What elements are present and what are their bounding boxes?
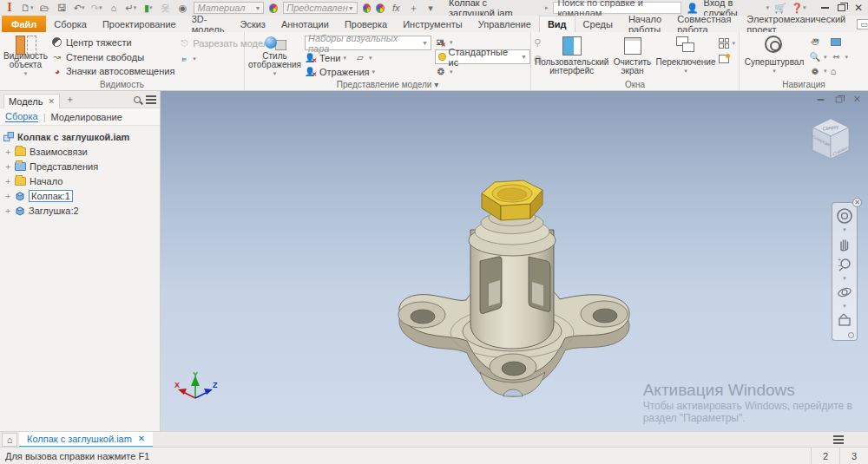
color-wheel-icon[interactable] — [269, 3, 278, 13]
help-icon[interactable]: ❓▾ — [792, 2, 806, 14]
tile-windows-button[interactable]: ▾ — [719, 36, 735, 50]
clear-appearance-icon[interactable] — [376, 3, 385, 13]
home-view-button[interactable]: ⌂ — [831, 64, 849, 78]
tab-manage[interactable]: Управление — [470, 16, 539, 32]
model-hole-right[interactable] — [581, 301, 628, 327]
qat-customize-icon[interactable]: ▾ — [424, 2, 437, 14]
new-document-icon[interactable]: 🗋▾ — [21, 2, 34, 14]
lighting-combo[interactable]: Стандартные ис ▼ — [435, 49, 530, 64]
browser-search-icon[interactable] — [134, 96, 141, 103]
tab-tools[interactable]: Инструменты — [395, 16, 470, 32]
sign-in-person-icon[interactable]: 👤 — [687, 2, 699, 14]
expander-icon[interactable]: ＋ — [3, 190, 11, 202]
inventor-logo-icon[interactable]: I — [3, 2, 16, 14]
save-icon[interactable]: 🖫 — [56, 2, 68, 14]
browser-tab-close-icon[interactable]: ✕ — [48, 97, 55, 106]
tree-root-assembly[interactable]: Колпак с заглушкой.iam — [2, 129, 158, 144]
model-hex-cap[interactable] — [482, 180, 542, 220]
graphics-viewport[interactable]: ✕ — [161, 91, 868, 431]
app-store-cart-icon[interactable]: 🛒 — [774, 2, 786, 14]
update-icon[interactable]: ▮▾ — [142, 2, 155, 14]
navbar-steering-wheel-button[interactable] — [835, 206, 854, 225]
parameters-fx-icon[interactable]: fx — [390, 2, 402, 14]
tab-file[interactable]: Файл — [2, 16, 46, 32]
tab-view[interactable]: Вид — [539, 16, 575, 32]
tab-assembly[interactable]: Сборка — [46, 16, 95, 32]
tab-inspect[interactable]: Проверка — [337, 16, 395, 32]
object-visibility-button[interactable]: Видимость объекта ▾ — [3, 34, 48, 78]
model-slot-right[interactable] — [529, 257, 550, 312]
minimize-button[interactable] — [821, 7, 829, 9]
document-tab-active[interactable]: Колпак с заглушкой.iam ✕ — [19, 432, 153, 448]
chevron-down-icon[interactable]: ▾ — [843, 227, 846, 232]
group-model-view-label[interactable]: Представление модели ▾ — [245, 80, 530, 89]
ground-plane-icon[interactable]: ▱ — [354, 52, 366, 64]
switch-windows-button[interactable]: Переключение ▾ — [656, 34, 716, 78]
home-icon[interactable]: ⌂ — [108, 2, 120, 14]
material-wheel-icon[interactable]: ◉ — [177, 2, 189, 14]
model-slot-left[interactable] — [480, 257, 502, 314]
tab-get-started[interactable]: Начало работы — [621, 16, 669, 32]
visual-styles-combo[interactable]: Наборы визуальных пара ▼ — [305, 36, 431, 50]
navbar-close-icon[interactable]: ✕ — [852, 198, 862, 207]
pan-button[interactable]: 🖑 — [809, 36, 827, 49]
tree-item-kolpak[interactable]: ＋ Колпак:1 — [2, 188, 158, 203]
textures-button[interactable]: ❂ ▾ — [435, 65, 530, 78]
navbar-orbit-button[interactable] — [835, 283, 854, 302]
steering-wheels-button[interactable]: Суперштурвал ▾ — [743, 34, 806, 78]
restore-button[interactable] — [838, 4, 845, 11]
imate-glyph-button[interactable]: ◕ Значки автосовмещения — [51, 64, 174, 78]
material-combo[interactable]: Материал▼ — [194, 2, 264, 14]
home-tab-icon[interactable]: ⌂ — [2, 433, 17, 447]
tab-annotate[interactable]: Аннотации — [273, 16, 337, 32]
close-button[interactable]: ✕ — [854, 3, 863, 13]
add-qat-icon[interactable]: ＋ — [407, 2, 419, 14]
tab-design[interactable]: Проектирование — [95, 16, 184, 32]
tab-3d-model[interactable]: 3D-модель — [184, 16, 233, 32]
navbar-customize-icon[interactable] — [848, 332, 854, 338]
help-search-input[interactable]: Поиск по справке и командам. — [553, 2, 681, 14]
ribbon-display-options-button[interactable]: ▭ ▾ — [857, 19, 868, 29]
browser-menu-icon[interactable] — [146, 95, 156, 104]
return-icon[interactable]: ↵▾ — [125, 2, 137, 14]
expander-icon[interactable]: ＋ — [3, 146, 11, 158]
model-hole-front[interactable] — [490, 354, 536, 380]
sign-in-chevron-icon[interactable]: ▾ — [766, 4, 770, 11]
select-icon[interactable]: 웃 — [160, 2, 172, 14]
look-at-button[interactable] — [831, 36, 849, 49]
shadows-button[interactable]: 👤✕ Тени ▾ ▱ ▾ — [305, 51, 431, 64]
clean-screen-button[interactable]: Очистить экран — [612, 34, 652, 78]
expander-icon[interactable]: ＋ — [3, 175, 11, 187]
browser-tab-model[interactable]: Модель ✕ — [3, 94, 60, 108]
tree-item-zaglushka[interactable]: ＋ Заглушка:2 — [2, 203, 158, 218]
appearance-combo[interactable]: Представлен▼ — [283, 2, 358, 14]
tree-item-origin[interactable]: ＋ Начало — [2, 173, 158, 188]
navbar-look-at-button[interactable] — [835, 310, 854, 330]
doc-tab-menu-icon[interactable] — [833, 435, 844, 444]
chevron-down-icon[interactable]: ▾ — [369, 55, 372, 62]
browser-add-tab-button[interactable]: ＋ — [65, 93, 75, 106]
tab-sketch[interactable]: Эскиз — [232, 16, 273, 32]
undo-icon[interactable]: ↶▾ — [73, 2, 85, 14]
tab-environments[interactable]: Среды — [575, 16, 621, 32]
browser-filter-assembly[interactable]: Сборка — [5, 111, 38, 122]
chevron-down-icon[interactable]: ▾ — [843, 304, 846, 309]
center-of-gravity-button[interactable]: Центр тяжести — [51, 36, 174, 49]
degrees-of-freedom-button[interactable]: ↝ Степени свободы — [51, 50, 174, 64]
navbar-pan-button[interactable] — [835, 234, 854, 253]
tab-electromechanical[interactable]: Электромеханический проект — [739, 16, 853, 32]
display-style-button[interactable]: Стиль отображения ▾ — [248, 34, 301, 78]
redo-icon[interactable]: ↷▾ — [90, 2, 102, 14]
chevron-down-icon[interactable]: ▾ — [843, 276, 846, 281]
reflections-button[interactable]: 👤✕ Отражения ▾ — [305, 65, 431, 78]
orbit-button[interactable]: ❁▾ — [809, 64, 827, 78]
adjust-appearance-icon[interactable] — [363, 3, 372, 13]
model-hole-left[interactable] — [398, 302, 445, 328]
tab-collaborate[interactable]: Совместная работа — [669, 16, 739, 32]
open-icon[interactable]: 🗁 — [38, 2, 50, 14]
expander-icon[interactable]: ＋ — [3, 160, 11, 173]
zoom-button[interactable]: 🔍▾ — [809, 50, 827, 64]
new-window-button[interactable] — [719, 51, 735, 66]
browser-filter-modeling[interactable]: Моделирование — [51, 112, 122, 122]
tree-item-relationships[interactable]: ＋ Взаимосвязи — [2, 144, 158, 159]
